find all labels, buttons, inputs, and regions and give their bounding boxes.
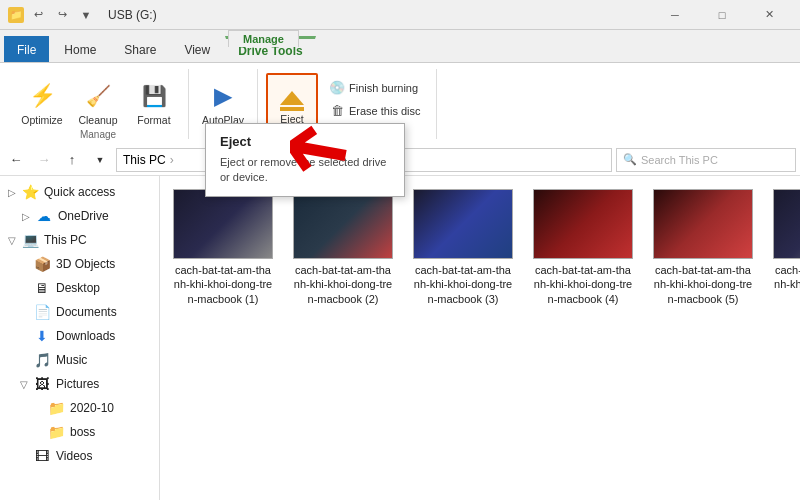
title-bar-icon: 📁 [8, 7, 24, 23]
tooltip-description: Eject or remove the selected drive or de… [220, 155, 390, 186]
sidebar-label-2020-10: 2020-10 [70, 401, 114, 415]
sidebar-item-3d-objects[interactable]: ▷ 📦 3D Objects [0, 252, 159, 276]
eject-icon [276, 79, 308, 111]
cleanup-button[interactable]: 🧹 Cleanup [72, 73, 124, 129]
quick-undo-btn[interactable]: ↩ [28, 5, 48, 25]
desktop-icon: 🖥 [33, 279, 51, 297]
sidebar-label-3d-objects: 3D Objects [56, 257, 115, 271]
sidebar-label-downloads: Downloads [56, 329, 115, 343]
file-name-5: cach-bat-tat-am-thanh-khi-khoi-dong-tren… [653, 263, 753, 306]
optimize-button[interactable]: ⚡ Optimize [16, 73, 68, 129]
eject-button[interactable]: Eject [266, 73, 318, 129]
search-icon: 🔍 [623, 153, 637, 166]
sidebar-item-documents[interactable]: ▷ 📄 Documents [0, 300, 159, 324]
quick-access-icon: ⭐ [21, 183, 39, 201]
nav-dropdown-button[interactable]: ▼ [88, 148, 112, 172]
sidebar-label-desktop: Desktop [56, 281, 100, 295]
sidebar: ▷ ⭐ Quick access ▷ ☁ OneDrive ▽ 💻 This P… [0, 176, 160, 500]
expand-quick-access-icon: ▷ [8, 187, 18, 198]
file-name-6: cach-bat-tat-am-thanh-khi-khoi-dong-t... [773, 263, 800, 292]
finish-burning-icon: 💿 [329, 80, 345, 96]
file-item-1[interactable]: cach-bat-tat-am-thanh-khi-khoi-dong-tren… [168, 184, 278, 311]
sidebar-label-quick-access: Quick access [44, 185, 115, 199]
sidebar-item-downloads[interactable]: ▷ ⬇ Downloads [0, 324, 159, 348]
file-item-3[interactable]: cach-bat-tat-am-thanh-khi-khoi-dong-tren… [408, 184, 518, 311]
ribbon: File Home Share View Drive Tools Manage … [0, 30, 800, 144]
sidebar-item-videos[interactable]: ▷ 🎞 Videos [0, 444, 159, 468]
sidebar-item-quick-access[interactable]: ▷ ⭐ Quick access [0, 180, 159, 204]
finish-burning-button[interactable]: 💿 Finish burning [322, 77, 428, 99]
sidebar-item-2020-10[interactable]: ▷ 📁 2020-10 [0, 396, 159, 420]
file-thumbnail-4 [533, 189, 633, 259]
file-item-6[interactable]: cach-bat-tat-am-thanh-khi-khoi-dong-t... [768, 184, 800, 311]
manage-buttons: ⚡ Optimize 🧹 Cleanup 💾 Format [16, 69, 180, 129]
tab-home[interactable]: Home [51, 36, 109, 62]
nav-up-button[interactable]: ↑ [60, 148, 84, 172]
pictures-icon: 🖼 [33, 375, 51, 393]
file-item-4[interactable]: cach-bat-tat-am-thanh-khi-khoi-dong-tren… [528, 184, 638, 311]
erase-icon: 🗑 [329, 103, 345, 119]
file-thumbnail-6 [773, 189, 800, 259]
quick-redo-btn[interactable]: ↪ [52, 5, 72, 25]
file-thumbnail-5 [653, 189, 753, 259]
2020-10-icon: 📁 [47, 399, 65, 417]
sidebar-label-music: Music [56, 353, 87, 367]
boss-icon: 📁 [47, 423, 65, 441]
quick-dropdown-btn[interactable]: ▼ [76, 5, 96, 25]
sidebar-item-music[interactable]: ▷ 🎵 Music [0, 348, 159, 372]
media-buttons: Eject 💿 Finish burning 🗑 Erase this disc [266, 69, 428, 129]
sidebar-item-boss[interactable]: ▷ 📁 boss [0, 420, 159, 444]
sidebar-label-onedrive: OneDrive [58, 209, 109, 223]
nav-back-button[interactable]: ← [4, 148, 28, 172]
sidebar-item-pictures[interactable]: ▽ 🖼 Pictures [0, 372, 159, 396]
sidebar-label-this-pc: This PC [44, 233, 87, 247]
videos-icon: 🎞 [33, 447, 51, 465]
main-container: ▷ ⭐ Quick access ▷ ☁ OneDrive ▽ 💻 This P… [0, 176, 800, 500]
nav-forward-button[interactable]: → [32, 148, 56, 172]
expand-onedrive-icon: ▷ [22, 211, 32, 222]
downloads-icon: ⬇ [33, 327, 51, 345]
breadcrumb-text: This PC [123, 153, 166, 167]
ribbon-group-manage: ⚡ Optimize 🧹 Cleanup 💾 Format Manage [8, 69, 189, 139]
format-button[interactable]: 💾 Format [128, 73, 180, 129]
sidebar-label-videos: Videos [56, 449, 92, 463]
file-name-3: cach-bat-tat-am-thanh-khi-khoi-dong-tren… [413, 263, 513, 306]
search-placeholder: Search This PC [641, 154, 718, 166]
sidebar-item-this-pc[interactable]: ▽ 💻 This PC [0, 228, 159, 252]
autoplay-button[interactable]: ▶ AutoPlay [197, 73, 249, 129]
media-small-buttons: 💿 Finish burning 🗑 Erase this disc [322, 73, 428, 122]
sidebar-label-boss: boss [70, 425, 95, 439]
close-button[interactable]: ✕ [746, 0, 792, 30]
sidebar-label-documents: Documents [56, 305, 117, 319]
search-box[interactable]: 🔍 Search This PC [616, 148, 796, 172]
sidebar-item-onedrive[interactable]: ▷ ☁ OneDrive [0, 204, 159, 228]
erase-button[interactable]: 🗑 Erase this disc [322, 100, 428, 122]
cleanup-icon: 🧹 [82, 80, 114, 112]
tab-view[interactable]: View [171, 36, 223, 62]
tab-share[interactable]: Share [111, 36, 169, 62]
manage-label: Manage [228, 30, 299, 47]
file-item-5[interactable]: cach-bat-tat-am-thanh-khi-khoi-dong-tren… [648, 184, 758, 311]
file-name-4: cach-bat-tat-am-thanh-khi-khoi-dong-tren… [533, 263, 633, 306]
3d-objects-icon: 📦 [33, 255, 51, 273]
tab-file[interactable]: File [4, 36, 49, 62]
file-name-1: cach-bat-tat-am-thanh-khi-khoi-dong-tren… [173, 263, 273, 306]
file-thumbnail-1 [173, 189, 273, 259]
manage-group-label: Manage [16, 129, 180, 140]
this-pc-icon: 💻 [21, 231, 39, 249]
maximize-button[interactable]: □ [699, 0, 745, 30]
onedrive-icon: ☁ [35, 207, 53, 225]
file-thumbnail-2 [293, 189, 393, 259]
sidebar-label-pictures: Pictures [56, 377, 99, 391]
breadcrumb-arrow: › [170, 153, 174, 167]
expand-pictures-icon: ▽ [20, 379, 30, 390]
sidebar-item-desktop[interactable]: ▷ 🖥 Desktop [0, 276, 159, 300]
file-name-2: cach-bat-tat-am-thanh-khi-khoi-dong-tren… [293, 263, 393, 306]
minimize-button[interactable]: ─ [652, 0, 698, 30]
file-item-2[interactable]: cach-bat-tat-am-thanh-khi-khoi-dong-tren… [288, 184, 398, 311]
file-grid: cach-bat-tat-am-thanh-khi-khoi-dong-tren… [168, 184, 792, 311]
ribbon-content: ⚡ Optimize 🧹 Cleanup 💾 Format Manage ▶ [0, 62, 800, 144]
tooltip-title: Eject [220, 134, 390, 149]
tooltip-popup: Eject Eject or remove the selected drive… [205, 123, 405, 197]
file-thumbnail-3 [413, 189, 513, 259]
